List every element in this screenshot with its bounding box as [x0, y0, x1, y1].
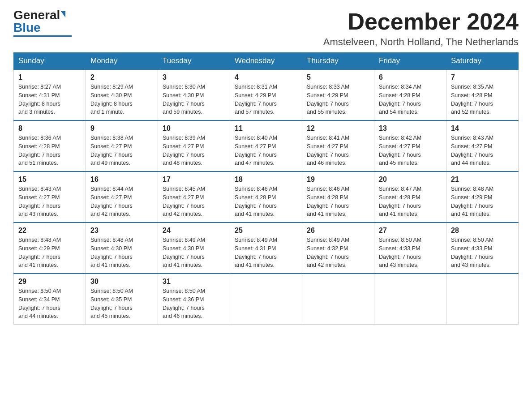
day-info: Sunrise: 8:33 AMSunset: 4:29 PMDaylight:…: [307, 83, 369, 116]
weekday-header-wednesday: Wednesday: [230, 53, 302, 70]
day-info: Sunrise: 8:50 AMSunset: 4:36 PMDaylight:…: [163, 287, 225, 321]
calendar-day-cell: 17Sunrise: 8:45 AMSunset: 4:27 PMDayligh…: [158, 171, 230, 223]
calendar-day-cell: 18Sunrise: 8:46 AMSunset: 4:28 PMDayligh…: [230, 171, 302, 223]
location-subtitle: Amstelveen, North Holland, The Netherlan…: [323, 36, 519, 48]
weekday-header-friday: Friday: [374, 53, 446, 70]
calendar-day-cell: 25Sunrise: 8:49 AMSunset: 4:31 PMDayligh…: [230, 223, 302, 274]
day-number: 18: [235, 176, 297, 184]
day-number: 10: [163, 124, 225, 133]
day-info: Sunrise: 8:31 AMSunset: 4:29 PMDaylight:…: [235, 83, 297, 116]
day-info: Sunrise: 8:49 AMSunset: 4:32 PMDaylight:…: [307, 236, 369, 270]
calendar-day-cell: 21Sunrise: 8:48 AMSunset: 4:29 PMDayligh…: [446, 171, 519, 223]
day-info: Sunrise: 8:39 AMSunset: 4:27 PMDaylight:…: [163, 134, 225, 167]
calendar-day-cell: 31Sunrise: 8:50 AMSunset: 4:36 PMDayligh…: [158, 274, 230, 325]
day-info: Sunrise: 8:29 AMSunset: 4:30 PMDaylight:…: [90, 83, 153, 116]
day-number: 24: [163, 227, 225, 235]
day-info: Sunrise: 8:44 AMSunset: 4:27 PMDaylight:…: [90, 185, 153, 218]
day-number: 20: [379, 176, 442, 184]
weekday-header-saturday: Saturday: [446, 53, 519, 70]
calendar-day-cell: 2Sunrise: 8:29 AMSunset: 4:30 PMDaylight…: [86, 69, 158, 120]
day-info: Sunrise: 8:46 AMSunset: 4:28 PMDaylight:…: [307, 185, 369, 218]
calendar-day-cell: 10Sunrise: 8:39 AMSunset: 4:27 PMDayligh…: [158, 120, 230, 171]
day-number: 8: [18, 124, 81, 133]
calendar-day-cell: 14Sunrise: 8:43 AMSunset: 4:27 PMDayligh…: [446, 120, 519, 171]
calendar-day-cell: 30Sunrise: 8:50 AMSunset: 4:35 PMDayligh…: [86, 274, 158, 325]
calendar-day-cell: 1Sunrise: 8:27 AMSunset: 4:31 PMDaylight…: [14, 69, 86, 120]
day-number: 5: [307, 73, 369, 81]
calendar-day-cell: 11Sunrise: 8:40 AMSunset: 4:27 PMDayligh…: [230, 120, 302, 171]
day-number: 28: [451, 227, 514, 235]
calendar-day-cell: 3Sunrise: 8:30 AMSunset: 4:30 PMDaylight…: [158, 69, 230, 120]
calendar-day-cell: 22Sunrise: 8:48 AMSunset: 4:29 PMDayligh…: [14, 223, 86, 274]
logo: General Blue: [13, 9, 72, 37]
day-number: 6: [379, 73, 442, 81]
day-info: Sunrise: 8:45 AMSunset: 4:27 PMDaylight:…: [163, 185, 225, 218]
weekday-header-monday: Monday: [86, 53, 158, 70]
calendar-day-cell: 4Sunrise: 8:31 AMSunset: 4:29 PMDaylight…: [230, 69, 302, 120]
calendar-day-cell: 16Sunrise: 8:44 AMSunset: 4:27 PMDayligh…: [86, 171, 158, 223]
empty-cell: [374, 274, 446, 325]
day-number: 3: [163, 73, 225, 81]
day-info: Sunrise: 8:46 AMSunset: 4:28 PMDaylight:…: [235, 185, 297, 218]
weekday-header-sunday: Sunday: [14, 53, 86, 70]
day-info: Sunrise: 8:48 AMSunset: 4:29 PMDaylight:…: [451, 185, 514, 218]
calendar-day-cell: 28Sunrise: 8:50 AMSunset: 4:33 PMDayligh…: [446, 223, 519, 274]
day-number: 19: [307, 176, 369, 184]
day-info: Sunrise: 8:50 AMSunset: 4:33 PMDaylight:…: [379, 236, 442, 270]
day-info: Sunrise: 8:49 AMSunset: 4:31 PMDaylight:…: [235, 236, 297, 270]
calendar-day-cell: 12Sunrise: 8:41 AMSunset: 4:27 PMDayligh…: [302, 120, 374, 171]
calendar-day-cell: 19Sunrise: 8:46 AMSunset: 4:28 PMDayligh…: [302, 171, 374, 223]
day-number: 7: [451, 73, 514, 81]
empty-cell: [230, 274, 302, 325]
weekday-header-thursday: Thursday: [302, 53, 374, 70]
day-info: Sunrise: 8:27 AMSunset: 4:31 PMDaylight:…: [18, 83, 81, 116]
day-number: 27: [379, 227, 442, 235]
calendar-day-cell: 23Sunrise: 8:48 AMSunset: 4:30 PMDayligh…: [86, 223, 158, 274]
day-info: Sunrise: 8:50 AMSunset: 4:34 PMDaylight:…: [18, 287, 81, 321]
title-block: December 2024 Amstelveen, North Holland,…: [323, 9, 519, 48]
day-number: 30: [90, 278, 153, 286]
day-number: 12: [307, 124, 369, 133]
weekday-header-tuesday: Tuesday: [158, 53, 230, 70]
day-info: Sunrise: 8:35 AMSunset: 4:28 PMDaylight:…: [451, 83, 514, 116]
logo-blue-text: Blue: [13, 21, 41, 34]
day-number: 2: [90, 73, 153, 81]
calendar-day-cell: 6Sunrise: 8:34 AMSunset: 4:28 PMDaylight…: [374, 69, 446, 120]
day-info: Sunrise: 8:50 AMSunset: 4:35 PMDaylight:…: [90, 287, 153, 321]
day-number: 11: [235, 124, 297, 133]
day-number: 26: [307, 227, 369, 235]
logo-triangle-icon: [61, 11, 65, 17]
empty-cell: [302, 274, 374, 325]
day-info: Sunrise: 8:50 AMSunset: 4:33 PMDaylight:…: [451, 236, 514, 270]
day-number: 31: [163, 278, 225, 286]
calendar-day-cell: 15Sunrise: 8:43 AMSunset: 4:27 PMDayligh…: [14, 171, 86, 223]
day-info: Sunrise: 8:42 AMSunset: 4:27 PMDaylight:…: [379, 134, 442, 167]
day-info: Sunrise: 8:36 AMSunset: 4:28 PMDaylight:…: [18, 134, 81, 167]
day-info: Sunrise: 8:30 AMSunset: 4:30 PMDaylight:…: [163, 83, 225, 116]
month-title: December 2024: [323, 9, 519, 34]
day-info: Sunrise: 8:48 AMSunset: 4:30 PMDaylight:…: [90, 236, 153, 270]
calendar-week-row: 15Sunrise: 8:43 AMSunset: 4:27 PMDayligh…: [14, 171, 519, 223]
calendar-day-cell: 9Sunrise: 8:38 AMSunset: 4:27 PMDaylight…: [86, 120, 158, 171]
page-header: General Blue December 2024 Amstelveen, N…: [13, 9, 519, 48]
day-number: 9: [90, 124, 153, 133]
day-number: 23: [90, 227, 153, 235]
day-number: 15: [18, 176, 81, 184]
day-info: Sunrise: 8:47 AMSunset: 4:28 PMDaylight:…: [379, 185, 442, 218]
day-info: Sunrise: 8:41 AMSunset: 4:27 PMDaylight:…: [307, 134, 369, 167]
calendar-day-cell: 24Sunrise: 8:49 AMSunset: 4:30 PMDayligh…: [158, 223, 230, 274]
day-number: 22: [18, 227, 81, 235]
day-info: Sunrise: 8:34 AMSunset: 4:28 PMDaylight:…: [379, 83, 442, 116]
calendar-day-cell: 26Sunrise: 8:49 AMSunset: 4:32 PMDayligh…: [302, 223, 374, 274]
calendar-day-cell: 20Sunrise: 8:47 AMSunset: 4:28 PMDayligh…: [374, 171, 446, 223]
day-info: Sunrise: 8:49 AMSunset: 4:30 PMDaylight:…: [163, 236, 225, 270]
day-info: Sunrise: 8:43 AMSunset: 4:27 PMDaylight:…: [451, 134, 514, 167]
calendar-week-row: 22Sunrise: 8:48 AMSunset: 4:29 PMDayligh…: [14, 223, 519, 274]
day-number: 14: [451, 124, 514, 133]
day-number: 25: [235, 227, 297, 235]
calendar-day-cell: 27Sunrise: 8:50 AMSunset: 4:33 PMDayligh…: [374, 223, 446, 274]
logo-underline: [13, 35, 72, 37]
day-number: 17: [163, 176, 225, 184]
calendar-table: SundayMondayTuesdayWednesdayThursdayFrid…: [13, 52, 519, 325]
day-number: 16: [90, 176, 153, 184]
